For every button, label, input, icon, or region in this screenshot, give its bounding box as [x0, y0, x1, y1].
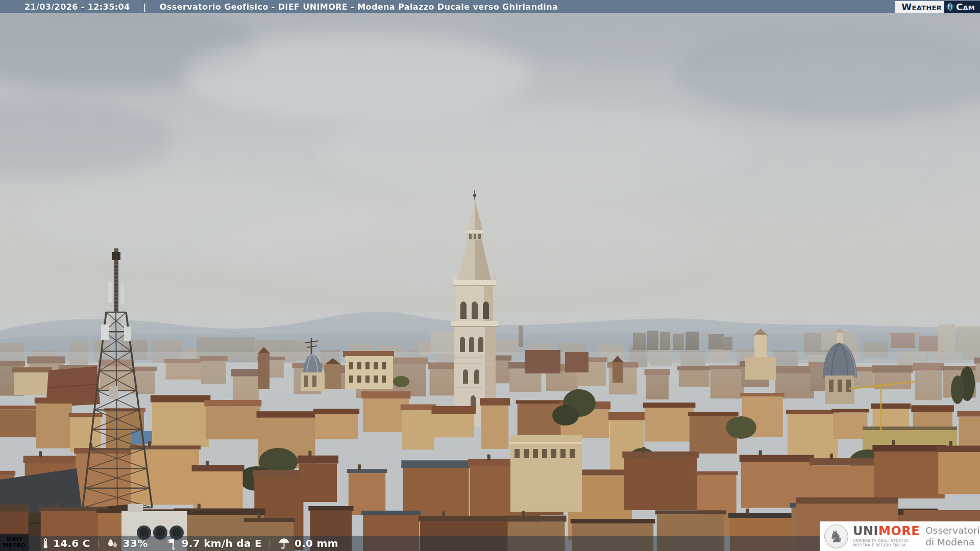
weathercam-watermark: Weather Cam [895, 1, 980, 13]
separator: | [143, 2, 146, 12]
modena-cityscape-photo [0, 0, 980, 551]
timestamp: 21/03/2026 - 12:35:04 [24, 2, 130, 12]
umbrella-icon [278, 537, 290, 549]
divider [270, 539, 270, 548]
wind-reading: 9.7 km/h da E [164, 537, 262, 550]
observatory-name: Osservatorio Geofisico di Modena [925, 524, 980, 548]
camera-title: Osservatorio Geofisico - DIEF UNIMORE - … [160, 2, 558, 12]
weathercam-cam-label: Cam [956, 1, 975, 13]
rain-value: 0.0 mm [295, 537, 338, 549]
knight-seal-icon: ♞ [824, 524, 848, 548]
divider [98, 539, 99, 548]
temperature-value: 14.6 C [53, 537, 90, 549]
wind-value: 9.7 km/h da E [182, 537, 262, 549]
unimore-wordmark: UNIMORE UNIVERSITÀ DEGLI STUDI DI MODENA… [853, 525, 920, 547]
unimore-title: UNIMORE [853, 525, 920, 537]
osd-top-bar: 21/03/2026 - 12:35:04 | Osservatorio Geo… [0, 0, 980, 13]
thermometer-icon [42, 537, 49, 550]
unimore-logo-box: ♞ UNIMORE UNIVERSITÀ DEGLI STUDI DI MODE… [820, 521, 980, 551]
wind-flag-icon [164, 537, 178, 550]
humidity-reading: 33% [106, 537, 148, 549]
droplets-icon [106, 537, 119, 549]
dati-meteo-label: DATI METEO [0, 534, 29, 551]
university-subtitle: UNIVERSITÀ DEGLI STUDI DI MODENA E REGGI… [853, 538, 920, 547]
temperature-reading: 14.6 C [42, 537, 90, 550]
webcam-frame: 21/03/2026 - 12:35:04 | Osservatorio Geo… [0, 0, 980, 551]
rain-reading: 0.0 mm [278, 537, 338, 549]
humidity-value: 33% [123, 537, 148, 549]
divider [156, 539, 156, 548]
globe-icon [946, 3, 954, 11]
meteo-readings: 14.6 C 33% [42, 537, 338, 550]
weathercam-cam-box: Cam [944, 1, 980, 13]
weathercam-weather-label: Weather [895, 1, 944, 13]
